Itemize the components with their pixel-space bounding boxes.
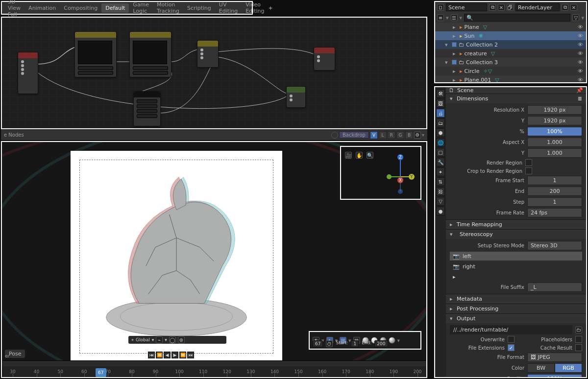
zoom-icon[interactable]: 🔍 — [367, 152, 373, 159]
tab-add-button[interactable]: + — [268, 5, 272, 11]
timeline-scale[interactable]: 3040506070809010011012013014015016017018… — [3, 366, 427, 377]
node-hue-saturation[interactable] — [133, 91, 161, 126]
outliner-display-icon[interactable]: ☰ — [451, 14, 458, 21]
axis-gizmo[interactable]: Z Y X — [383, 150, 417, 199]
outliner-item[interactable]: ▸ ▸ Plane ▽ 👁 — [435, 23, 586, 31]
outliner-item[interactable]: ▾ 🗀 Collection 3 👁 — [435, 58, 586, 67]
tab-video-editing[interactable]: Video Editing — [242, 0, 268, 16]
gear-icon[interactable]: ⚙ — [414, 132, 421, 139]
timeline[interactable]: 3040506070809010011012013014015016017018… — [3, 360, 427, 377]
panel-postproc-header[interactable]: ▸Post Processing — [446, 304, 586, 313]
viewport-overlay-strip[interactable]: ⌖ Global ▾ ⌁▾ ◯ ⊕ — [128, 336, 226, 344]
compositor-node-editor[interactable] — [1, 17, 427, 129]
tab-render-icon[interactable]: 🖼 — [436, 99, 445, 108]
tab-constraint-icon[interactable]: ⛓ — [436, 187, 445, 196]
tab-particles-icon[interactable]: ✦ — [436, 167, 445, 176]
renderlayer-copy-icon[interactable]: ⧉ — [562, 4, 568, 11]
stereo-right-row[interactable]: 📷right — [450, 262, 582, 271]
node-rgb-curves-1[interactable] — [74, 31, 117, 77]
channel-l[interactable]: L — [379, 131, 387, 139]
collection-checkbox[interactable] — [452, 60, 457, 65]
eye-icon[interactable]: 👁 — [578, 68, 583, 74]
tab-viewlayer-icon[interactable]: 🗂 — [436, 118, 445, 127]
folder-icon[interactable]: 🗀 — [575, 327, 582, 333]
frame-start-field[interactable]: 1 — [527, 176, 582, 185]
outliner-search-input[interactable] — [473, 15, 568, 21]
pin-icon[interactable]: 📌 — [576, 87, 583, 94]
stereo-mode-dropdown[interactable]: Stereo 3D — [527, 241, 582, 250]
eye-icon[interactable]: 👁 — [578, 42, 583, 48]
node-viewer[interactable] — [286, 86, 306, 108]
disclosure-icon[interactable]: ▸ — [453, 68, 458, 74]
snap-icon[interactable]: ⌁ — [156, 336, 163, 343]
eye-icon[interactable]: 👁 — [578, 59, 583, 66]
aspect-y-field[interactable]: 1.000 — [527, 148, 582, 158]
eye-icon[interactable]: 👁 — [578, 50, 583, 57]
tab-world-icon[interactable]: 🌐 — [436, 138, 445, 147]
resolution-y-field[interactable]: 1920 px — [527, 116, 582, 125]
resolution-x-field[interactable]: 1920 px — [527, 105, 582, 115]
scene-del-icon[interactable]: ✕ — [498, 4, 505, 11]
disclosure-icon[interactable]: ▸ — [453, 50, 458, 57]
start-frame-field[interactable]: 1 — [351, 340, 359, 347]
outliner-search[interactable]: 🔍 — [464, 14, 570, 22]
outliner-item[interactable]: ▾ 🗀 Collection 2 👁 — [435, 40, 586, 49]
magnet-icon[interactable]: ⊕ — [178, 336, 185, 343]
frame-rate-dropdown[interactable]: 24 fps — [527, 208, 582, 217]
placeholders-checkbox[interactable] — [575, 336, 582, 343]
panel-output-header[interactable]: ▾Output — [446, 314, 586, 323]
panel-dimensions-header[interactable]: ▾Dimensions≣ — [446, 94, 586, 103]
panel-metadata-header[interactable]: ▸Metadata — [446, 294, 586, 304]
tab-output-icon[interactable]: 🖨 — [436, 109, 445, 118]
jump-start-button[interactable]: ⏮ — [148, 352, 155, 358]
eye-icon[interactable]: 👁 — [578, 24, 583, 30]
resolution-pct-slider[interactable]: 100% — [527, 127, 582, 136]
frame-step-field[interactable]: 1 — [527, 197, 582, 207]
scene-icon[interactable]: 🗋 — [437, 4, 444, 11]
tab-tool-icon[interactable]: 🛠 — [436, 89, 445, 98]
tab-data-icon[interactable]: ▽ — [436, 197, 445, 206]
node-rgb-curves-2[interactable] — [129, 31, 172, 77]
tab-animation[interactable]: Animation — [24, 3, 60, 13]
tab-scene-icon[interactable]: ⬢ — [436, 128, 445, 137]
renderlayer-del-icon[interactable]: ✕ — [570, 4, 577, 11]
stereo-left-row[interactable]: 📷left — [450, 252, 582, 261]
quality-slider[interactable]: 100% — [527, 374, 582, 377]
tab-default[interactable]: Default — [101, 3, 129, 13]
jump-end-button[interactable]: ⏭ — [187, 352, 194, 358]
pin-icon[interactable] — [331, 132, 338, 139]
disclosure-icon[interactable]: ▾ — [445, 42, 450, 48]
tab-material-icon[interactable]: ● — [436, 207, 445, 215]
tab-object-icon[interactable]: □ — [436, 148, 445, 157]
output-path-field[interactable]: //../render/turntable/ — [450, 325, 572, 334]
stereo-expand-row[interactable]: ▸ — [450, 272, 582, 281]
channel-r[interactable]: R — [388, 131, 395, 139]
render-region-checkbox[interactable] — [525, 159, 532, 166]
outliner-item[interactable]: ▸ ▸ Plane.001 ▽ 👁 — [435, 75, 586, 82]
node-mix[interactable] — [197, 40, 219, 68]
3d-viewport[interactable]: Pose ⌖ Global ▾ ⌁▾ ◯ ⊕ 🎥 ✋ 🔍 Z Y X 👁▾ ✦▾ — [1, 141, 427, 378]
file-suffix-field[interactable]: _L — [527, 283, 582, 292]
proportional-icon[interactable]: ◯ — [169, 336, 176, 343]
outliner-item[interactable]: ▸ ▸ Sun ✺ 👁 — [435, 31, 586, 40]
renderlayer-selector[interactable]: RenderLayer — [515, 3, 560, 11]
color-mode-segmented[interactable]: BWRGB — [527, 363, 582, 373]
channel-g[interactable]: G — [396, 131, 404, 139]
channel-b[interactable]: B — [405, 131, 413, 139]
disclosure-icon[interactable]: ▸ — [453, 77, 458, 83]
collection-checkbox[interactable] — [452, 42, 457, 47]
tab-compositing[interactable]: Compositing — [60, 3, 101, 13]
tab-modifier-icon[interactable]: 🔧 — [436, 158, 445, 166]
scene-copy-icon[interactable]: ⧉ — [489, 4, 496, 11]
end-frame-field[interactable]: 200 — [374, 340, 388, 347]
cache-checkbox[interactable] — [575, 344, 582, 351]
file-format-dropdown[interactable]: 🖼 JPEG — [527, 353, 582, 362]
aspect-x-field[interactable]: 1.000 — [527, 138, 582, 147]
tab-motion-tracking[interactable]: Motion Tracking — [153, 0, 183, 16]
node-render-layers[interactable] — [18, 52, 38, 94]
disclosure-icon[interactable]: ▸ — [453, 24, 458, 30]
play-reverse-button[interactable]: ◀ — [164, 352, 171, 358]
outliner-item[interactable]: ▸ ▸ Circle ✧▽ 👁 — [435, 67, 586, 75]
disclosure-icon[interactable]: ▸ — [453, 33, 458, 39]
panel-stereoscopy-header[interactable]: ▾Stereoscopy — [446, 230, 586, 239]
